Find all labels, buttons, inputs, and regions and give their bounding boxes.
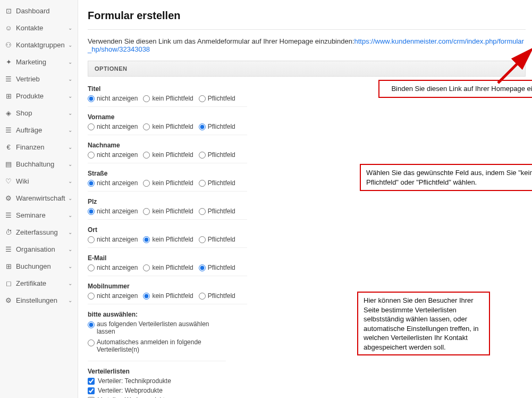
sidebar-item-marketing[interactable]: ✦Marketing⌄ <box>0 53 78 70</box>
radio-option[interactable]: Pflichtfeld <box>199 179 235 187</box>
radio-input[interactable] <box>88 321 95 328</box>
sidebar-item-buchhaltung[interactable]: ▤Buchhaltung⌄ <box>0 155 78 172</box>
radio-input[interactable] <box>88 95 95 102</box>
radio-option[interactable]: nicht anzeigen <box>88 123 138 130</box>
radio-input[interactable] <box>199 180 206 187</box>
field-group-straße: Straßenicht anzeigenkein PflichtfeldPfli… <box>88 170 247 192</box>
radio-input[interactable] <box>143 95 150 102</box>
field-title: Titel <box>88 85 247 93</box>
select-option[interactable]: Automatisches anmelden in folgende Verte… <box>88 338 226 353</box>
radio-option[interactable]: kein Pflichtfeld <box>143 264 193 271</box>
radio-input[interactable] <box>143 180 150 187</box>
radio-input[interactable] <box>199 236 206 243</box>
radio-option[interactable]: kein Pflichtfeld <box>143 236 193 243</box>
radio-input[interactable] <box>143 123 150 130</box>
radio-input[interactable] <box>199 264 206 271</box>
radio-input[interactable] <box>199 152 206 159</box>
radio-option[interactable]: Pflichtfeld <box>199 264 235 271</box>
sidebar-item-finanzen[interactable]: €Finanzen⌄ <box>0 138 78 155</box>
radio-label: Pflichtfeld <box>208 151 235 159</box>
radio-input[interactable] <box>199 208 206 215</box>
radio-option[interactable]: Pflichtfeld <box>199 151 235 159</box>
radio-option[interactable]: kein Pflichtfeld <box>143 292 193 300</box>
produkte-icon: ⊞ <box>4 92 13 100</box>
checkbox-input[interactable] <box>88 378 95 385</box>
sidebar-item-organisation[interactable]: ☰Organisation⌄ <box>0 241 78 258</box>
chevron-down-icon: ⌄ <box>68 212 72 218</box>
radio-option[interactable]: nicht anzeigen <box>88 95 138 102</box>
radio-input[interactable] <box>143 264 150 271</box>
verteiler-item[interactable]: Verteiler: Webprodukte <box>88 387 226 394</box>
radio-label: Pflichtfeld <box>208 179 235 187</box>
radio-input[interactable] <box>199 95 206 102</box>
sidebar-item-vertrieb[interactable]: ☰Vertrieb⌄ <box>0 70 78 87</box>
radio-input[interactable] <box>88 293 95 300</box>
radio-option[interactable]: nicht anzeigen <box>88 264 138 271</box>
radio-input[interactable] <box>143 152 150 159</box>
radio-option[interactable]: kein Pflichtfeld <box>143 95 193 102</box>
shop-icon: ◈ <box>4 109 13 117</box>
sidebar-item-wiki[interactable]: ♡Wiki⌄ <box>0 172 78 189</box>
radio-label: nicht anzeigen <box>97 264 138 271</box>
field-title: Mobilnummer <box>88 283 247 290</box>
radio-input[interactable] <box>199 123 206 130</box>
radio-input[interactable] <box>199 293 206 300</box>
sidebar-item-seminare[interactable]: ☰Seminare⌄ <box>0 206 78 223</box>
field-group-mobilnummer: Mobilnummernicht anzeigenkein Pflichtfel… <box>88 283 247 304</box>
field-title: Plz <box>88 198 247 205</box>
radio-option[interactable]: Pflichtfeld <box>199 95 235 102</box>
checkbox-label: Verteiler: Webprodukte <box>98 387 163 394</box>
radio-label: Pflichtfeld <box>208 208 235 215</box>
radio-option[interactable]: Pflichtfeld <box>199 236 235 243</box>
chevron-down-icon: ⌄ <box>68 280 72 286</box>
sidebar-item-produkte[interactable]: ⊞Produkte⌄ <box>0 87 78 104</box>
checkbox-input[interactable] <box>88 387 95 394</box>
sidebar-item-shop[interactable]: ◈Shop⌄ <box>0 104 78 121</box>
radio-label: kein Pflichtfeld <box>152 95 193 102</box>
radio-option[interactable]: nicht anzeigen <box>88 151 138 159</box>
chevron-down-icon: ⌄ <box>68 144 72 150</box>
radio-input[interactable] <box>143 208 150 215</box>
select-option[interactable]: aus folgenden Verteilerlisten auswählen … <box>88 320 226 335</box>
sidebar-item-buchungen[interactable]: ⊞Buchungen⌄ <box>0 258 78 275</box>
einstellungen-icon: ⚙ <box>4 296 13 304</box>
radio-input[interactable] <box>88 152 95 159</box>
radio-input[interactable] <box>88 180 95 187</box>
sidebar-item-einstellungen[interactable]: ⚙Einstellungen⌄ <box>0 292 78 309</box>
sidebar-item-kontakte[interactable]: ☺Kontakte⌄ <box>0 19 78 36</box>
verteiler-title: Verteilerlisten <box>88 368 226 375</box>
radio-input[interactable] <box>88 339 95 346</box>
dashboard-icon: ⊡ <box>4 6 13 15</box>
radio-option[interactable]: nicht anzeigen <box>88 292 138 300</box>
radio-option[interactable]: kein Pflichtfeld <box>143 123 193 130</box>
sidebar-item-kontaktgruppen[interactable]: ⚇Kontaktgruppen⌄ <box>0 36 78 53</box>
radio-input[interactable] <box>88 264 95 271</box>
radio-option[interactable]: nicht anzeigen <box>88 236 138 243</box>
radio-option[interactable]: kein Pflichtfeld <box>143 151 193 159</box>
radio-label: nicht anzeigen <box>97 151 138 159</box>
radio-option[interactable]: Pflichtfeld <box>199 292 235 300</box>
radio-option[interactable]: kein Pflichtfeld <box>143 208 193 215</box>
radio-input[interactable] <box>88 123 95 130</box>
radio-input[interactable] <box>88 208 95 215</box>
radio-input[interactable] <box>88 236 95 243</box>
sidebar-item-warenwirtschaft[interactable]: ⚙Warenwirtschaft⌄ <box>0 189 78 206</box>
sidebar-item-aufträge[interactable]: ☰Aufträge⌄ <box>0 121 78 138</box>
radio-option[interactable]: nicht anzeigen <box>88 179 138 187</box>
radio-option[interactable]: Pflichtfeld <box>199 208 235 215</box>
radio-option[interactable]: Pflichtfeld <box>199 123 235 130</box>
select-group-title: bitte auswählen: <box>88 311 226 318</box>
sidebar-item-zertifikate[interactable]: ◻Zertifikate⌄ <box>0 275 78 292</box>
radio-input[interactable] <box>143 293 150 300</box>
sidebar-item-label: Organisation <box>16 245 55 253</box>
radio-option[interactable]: nicht anzeigen <box>88 208 138 215</box>
page-title: Formular erstellen <box>88 10 526 22</box>
radio-input[interactable] <box>143 236 150 243</box>
verteiler-item[interactable]: Verteiler: Technikprodukte <box>88 377 226 385</box>
radio-label: kein Pflichtfeld <box>152 292 193 300</box>
intro-prefix: Verwenden Sie diesen Link um das Anmelde… <box>88 37 354 45</box>
sidebar-item-dashboard[interactable]: ⊡Dashboard <box>0 2 78 19</box>
radio-row: nicht anzeigenkein PflichtfeldPflichtfel… <box>88 179 247 192</box>
radio-option[interactable]: kein Pflichtfeld <box>143 179 193 187</box>
sidebar-item-zeiterfassung[interactable]: ⏱Zeiterfassung⌄ <box>0 223 78 241</box>
